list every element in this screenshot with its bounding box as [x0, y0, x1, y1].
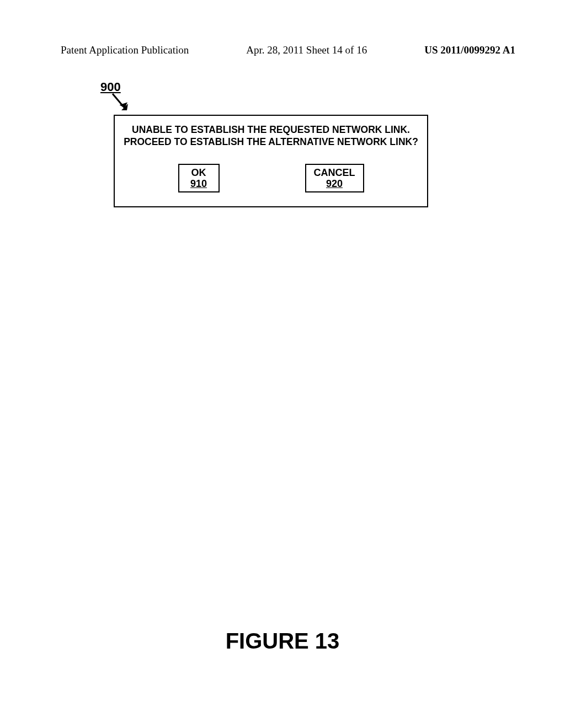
page-header: Patent Application Publication Apr. 28, … — [61, 44, 515, 56]
dialog-message: UNABLE TO ESTABLISH THE REQUESTED NETWOR… — [115, 124, 427, 148]
header-right: US 2011/0099292 A1 — [424, 44, 515, 56]
cancel-button-ref: 920 — [314, 179, 355, 190]
page: Patent Application Publication Apr. 28, … — [0, 0, 565, 728]
dialog-message-line2: PROCEED TO ESTABLISH THE ALTERNATIVE NET… — [120, 136, 422, 148]
dialog-message-line1: UNABLE TO ESTABLISH THE REQUESTED NETWOR… — [120, 124, 422, 136]
ok-button[interactable]: OK 910 — [178, 164, 220, 193]
ok-button-ref: 910 — [187, 179, 211, 190]
dialog-buttons: OK 910 CANCEL 920 — [115, 164, 427, 193]
cancel-button-label: CANCEL — [314, 168, 355, 179]
figure-caption: FIGURE 13 — [0, 629, 565, 654]
header-left: Patent Application Publication — [61, 44, 189, 56]
ok-button-label: OK — [187, 168, 211, 179]
header-center: Apr. 28, 2011 Sheet 14 of 16 — [246, 44, 367, 56]
cancel-button[interactable]: CANCEL 920 — [305, 164, 364, 193]
dialog-box: UNABLE TO ESTABLISH THE REQUESTED NETWOR… — [114, 115, 428, 207]
arrow-icon — [110, 92, 132, 116]
